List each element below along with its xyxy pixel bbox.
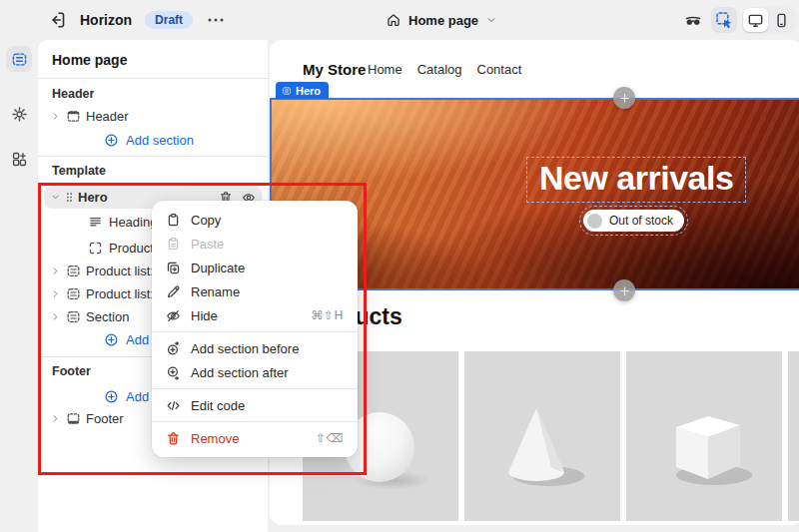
rail-app-blocks-button[interactable]: [6, 146, 32, 172]
mobile-view-button[interactable]: [769, 8, 794, 32]
drag-handle-icon[interactable]: [63, 191, 76, 204]
menu-shortcut: ⌘⇧H: [311, 308, 344, 322]
add-section-button-header[interactable]: Add section: [104, 129, 194, 151]
remove-trash-icon: [166, 431, 181, 446]
menu-shortcut: ⇧⌫: [316, 431, 344, 445]
store-nav: HomeCatalogContact: [368, 62, 521, 77]
more-actions-icon[interactable]: [206, 10, 226, 30]
menu-item-add-section-before[interactable]: Add section before: [152, 336, 358, 360]
inspector-icon: [715, 11, 733, 29]
theme-name: Horizon: [80, 12, 132, 28]
duplicate-icon: [166, 261, 181, 275]
preview-incognito-button[interactable]: [680, 7, 706, 33]
menu-item-remove[interactable]: Remove⇧⌫: [152, 426, 358, 450]
menu-item-label: Paste: [191, 237, 224, 252]
settings-gear-icon: [11, 106, 28, 123]
chevron-down-icon[interactable]: [50, 192, 61, 203]
chevron-right-icon: [50, 266, 61, 276]
store-header: My Store HomeCatalogContact: [270, 40, 799, 98]
menu-item-label: Remove: [191, 431, 239, 446]
desktop-view-button[interactable]: [743, 8, 768, 32]
section-icon: [282, 86, 292, 96]
plus-circle-icon: [104, 389, 119, 404]
top-bar: Horizon Draft Home page: [0, 0, 799, 40]
add-section-after-icon: [166, 365, 181, 380]
section-icon: [66, 286, 81, 301]
store-nav-link-contact[interactable]: Contact: [477, 62, 522, 77]
chevron-right-icon: [50, 311, 61, 322]
page-selector[interactable]: Home page: [386, 0, 497, 40]
menu-item-copy[interactable]: Copy: [152, 208, 358, 232]
rail-settings-button[interactable]: [6, 101, 32, 127]
menu-item-rename[interactable]: Rename: [152, 279, 358, 303]
paste-icon: [166, 237, 181, 252]
exit-editor-icon[interactable]: [47, 10, 67, 30]
group-label-template: Template: [52, 164, 106, 178]
menu-item-label: Duplicate: [191, 261, 245, 275]
chevron-right-icon: [50, 413, 61, 424]
left-rail: [0, 40, 38, 532]
menu-item-edit-code[interactable]: Edit code: [152, 393, 358, 417]
menu-item-label: Hide: [191, 308, 218, 323]
store-name[interactable]: My Store: [303, 61, 366, 78]
sidebar-title: Home page: [52, 52, 127, 68]
cube-product-image: [652, 403, 756, 489]
copy-icon: [166, 213, 181, 228]
section-icon: [66, 309, 81, 324]
menu-divider: [152, 421, 358, 422]
incognito-preview-icon: [684, 11, 702, 29]
sidebar-row-section[interactable]: Section: [50, 305, 129, 327]
menu-divider: [152, 388, 358, 389]
product-card-empty[interactable]: [788, 351, 799, 521]
menu-item-paste: Paste: [152, 232, 358, 256]
draft-status-badge: Draft: [145, 11, 193, 29]
app-blocks-icon: [11, 151, 28, 168]
add-section-handle-top[interactable]: [613, 87, 635, 109]
menu-item-duplicate[interactable]: Duplicate: [152, 256, 358, 279]
hide-icon: [166, 308, 181, 323]
footer-section-icon: [66, 411, 81, 426]
menu-item-add-section-after[interactable]: Add section after: [152, 360, 358, 384]
header-section-icon: [66, 109, 81, 124]
group-label-footer: Footer: [52, 364, 91, 378]
product-card-cube[interactable]: [626, 351, 782, 521]
sections-icon: [11, 51, 28, 68]
store-nav-link-catalog[interactable]: Catalog: [417, 62, 462, 77]
context-menu: CopyPasteDuplicateRenameHide⌘⇧HAdd secti…: [152, 201, 358, 457]
plus-icon: [619, 93, 630, 104]
theme-editor: Horizon Draft Home page: [0, 0, 799, 532]
hero-section-badge[interactable]: Hero: [276, 82, 329, 99]
home-icon: [386, 12, 401, 28]
mobile-view-icon: [773, 12, 790, 29]
sidebar-row-header[interactable]: Header: [50, 104, 129, 128]
menu-item-label: Rename: [191, 284, 240, 299]
section-icon: [66, 264, 81, 278]
cone-product-image: [490, 402, 594, 490]
menu-item-label: Add section before: [191, 341, 299, 356]
plus-circle-icon: [104, 133, 119, 148]
edit-code-icon: [166, 398, 181, 413]
plus-circle-icon: [104, 332, 119, 347]
page-selector-label: Home page: [408, 13, 478, 28]
product-card-cone[interactable]: [464, 351, 620, 521]
menu-divider: [152, 331, 358, 332]
divider: [38, 156, 268, 157]
divider: [38, 78, 268, 79]
menu-item-label: Add section after: [191, 365, 289, 380]
out-of-stock-badge[interactable]: Out of stock: [583, 210, 684, 232]
group-label-header: Header: [52, 87, 94, 101]
add-section-handle-bottom[interactable]: [613, 279, 635, 301]
store-nav-link-home[interactable]: Home: [368, 62, 402, 77]
menu-item-label: Copy: [191, 213, 221, 228]
menu-item-hide[interactable]: Hide⌘⇧H: [152, 303, 358, 327]
menu-item-label: Edit code: [191, 398, 245, 413]
desktop-view-icon: [747, 12, 764, 29]
chevron-right-icon: [50, 111, 61, 122]
rail-sections-button[interactable]: [6, 46, 32, 72]
hero-heading-block[interactable]: New arrivals: [526, 157, 746, 203]
inspector-toggle-button[interactable]: [711, 7, 737, 33]
viewport-toggle: [742, 7, 795, 33]
sidebar-row-footer[interactable]: Footer: [50, 407, 124, 429]
add-section-before-icon: [166, 341, 181, 356]
swatch-dot: [587, 214, 602, 229]
